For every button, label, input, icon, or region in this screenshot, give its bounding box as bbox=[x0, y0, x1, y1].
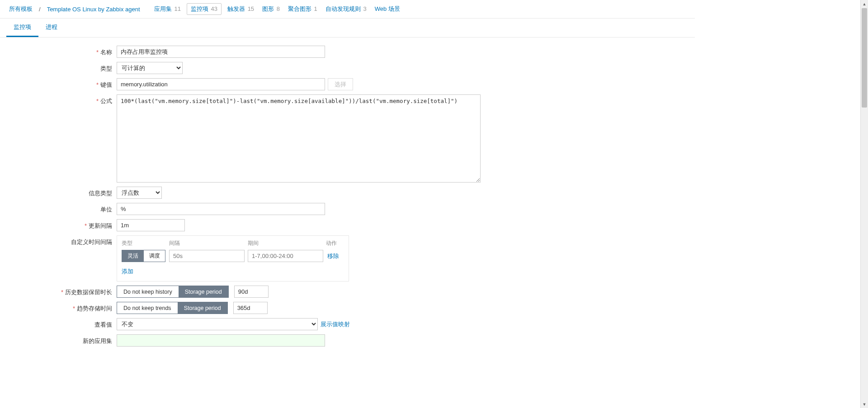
label-trends: *趋势存储时间 bbox=[6, 302, 117, 313]
tab-process[interactable]: 进程 bbox=[38, 19, 65, 37]
select-show-value[interactable]: 不变 bbox=[117, 318, 318, 330]
ci-type-toggle: 灵活 调度 bbox=[122, 250, 165, 262]
ci-row: 灵活 调度 移除 bbox=[122, 250, 344, 262]
form: *名称 类型 可计算的 *键值 选择 *公式 100*(last("vm.m bbox=[0, 46, 695, 347]
nav-applications[interactable]: 应用集 11 bbox=[151, 3, 184, 15]
custom-intervals-box: 类型 间隔 期间 动作 灵活 调度 移除 添加 bbox=[117, 235, 349, 281]
scroll-up-icon[interactable]: ▲ bbox=[861, 0, 868, 8]
trends-storage-period[interactable]: Storage period bbox=[178, 302, 227, 314]
trends-no-keep[interactable]: Do not keep trends bbox=[117, 302, 178, 314]
label-history: *历史数据保留时长 bbox=[6, 286, 117, 296]
textarea-formula[interactable]: 100*(last("vm.memory.size[total]")-last(… bbox=[117, 94, 481, 183]
label-custom-intervals: 自定义时间间隔 bbox=[6, 235, 117, 246]
input-update-interval[interactable] bbox=[117, 219, 185, 231]
ci-header-type: 类型 bbox=[122, 239, 169, 247]
select-info-type[interactable]: 浮点数 bbox=[117, 187, 162, 199]
vertical-scrollbar[interactable]: ▲ ▼ bbox=[860, 0, 868, 351]
label-units: 单位 bbox=[6, 203, 117, 214]
label-type: 类型 bbox=[6, 62, 117, 73]
label-formula: *公式 bbox=[6, 94, 117, 105]
nav-graphs[interactable]: 图形 8 bbox=[259, 3, 283, 15]
input-trends[interactable] bbox=[233, 302, 268, 314]
tab-item[interactable]: 监控项 bbox=[6, 19, 38, 37]
label-name: *名称 bbox=[6, 46, 117, 56]
breadcrumb-sep: / bbox=[38, 6, 42, 13]
nav-screens[interactable]: 聚合图形 1 bbox=[285, 3, 320, 15]
link-value-mappings[interactable]: 展示值映射 bbox=[321, 320, 350, 328]
history-no-keep[interactable]: Do not keep history bbox=[117, 286, 179, 297]
nav-web[interactable]: Web 场景 bbox=[372, 3, 403, 15]
input-history[interactable] bbox=[234, 286, 269, 298]
input-units[interactable] bbox=[117, 203, 325, 215]
input-key[interactable] bbox=[117, 78, 325, 90]
label-key: *键值 bbox=[6, 78, 117, 89]
trends-toggle: Do not keep trends Storage period bbox=[117, 302, 228, 314]
label-info-type: 信息类型 bbox=[6, 187, 117, 197]
breadcrumb-nav: 所有模板 / Template OS Linux by Zabbix agent… bbox=[0, 0, 695, 19]
nav-items[interactable]: 监控项 43 bbox=[187, 3, 222, 15]
ci-flexible-btn[interactable]: 灵活 bbox=[122, 250, 143, 262]
ci-add-link[interactable]: 添加 bbox=[122, 267, 133, 276]
ci-interval-input[interactable] bbox=[169, 250, 245, 262]
ci-header-action: 动作 bbox=[326, 239, 344, 247]
history-storage-period[interactable]: Storage period bbox=[179, 286, 228, 297]
input-name[interactable] bbox=[117, 46, 325, 58]
label-update-interval: *更新间隔 bbox=[6, 219, 117, 230]
label-new-app: 新的应用集 bbox=[6, 334, 117, 345]
ci-scheduling-btn[interactable]: 调度 bbox=[143, 250, 165, 262]
ci-header-interval: 间隔 bbox=[169, 239, 248, 247]
scroll-thumb[interactable] bbox=[862, 8, 867, 108]
ci-remove-link[interactable]: 移除 bbox=[327, 252, 339, 260]
ci-header-period: 期间 bbox=[248, 239, 326, 247]
tabs: 监控项 进程 bbox=[0, 19, 695, 38]
breadcrumb-all-templates[interactable]: 所有模板 bbox=[6, 3, 35, 15]
button-select-key: 选择 bbox=[328, 78, 353, 90]
select-type[interactable]: 可计算的 bbox=[117, 62, 183, 74]
breadcrumb-template[interactable]: Template OS Linux by Zabbix agent bbox=[44, 4, 143, 14]
nav-triggers[interactable]: 触发器 15 bbox=[225, 3, 257, 15]
nav-discovery[interactable]: 自动发现规则 3 bbox=[323, 3, 369, 15]
ci-period-input[interactable] bbox=[248, 250, 323, 262]
history-toggle: Do not keep history Storage period bbox=[117, 286, 229, 298]
label-show-value: 查看值 bbox=[6, 318, 117, 329]
input-new-app[interactable] bbox=[117, 334, 325, 347]
